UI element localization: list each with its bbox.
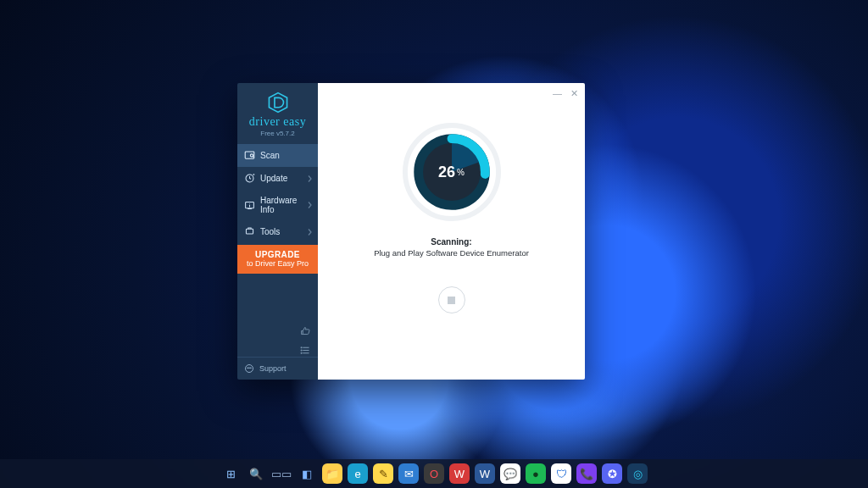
- stop-button[interactable]: [438, 286, 465, 313]
- thumbs-up-icon[interactable]: [300, 325, 311, 336]
- taskbar-messenger-icon[interactable]: 💬: [500, 463, 520, 484]
- sidebar-item-label: Tools: [260, 227, 280, 236]
- chevron-right-icon: [307, 228, 313, 236]
- taskbar-widgets-icon[interactable]: ◧: [297, 463, 317, 484]
- upgrade-line1: UPGRADE: [255, 250, 300, 259]
- sidebar-item-tools[interactable]: Tools: [237, 220, 318, 243]
- taskbar-file-explorer-icon[interactable]: 📁: [322, 463, 342, 484]
- sidebar-item-label: Hardware Info: [260, 196, 311, 214]
- scan-icon: [244, 150, 255, 161]
- progress-ring: 26%: [402, 122, 502, 222]
- chevron-right-icon: [307, 202, 313, 209]
- window-controls: — ✕: [553, 88, 578, 99]
- sidebar-item-update[interactable]: Update: [237, 167, 318, 190]
- scan-status: Scanning: Plug and Play Software Device …: [374, 237, 529, 258]
- chevron-right-icon: [307, 175, 313, 182]
- progress-value: 26: [438, 164, 455, 181]
- svg-point-11: [301, 347, 302, 348]
- progress-percent: 26%: [402, 122, 502, 222]
- driver-easy-window: driver easy Free v5.7.2 Scan Update Hard…: [237, 83, 585, 380]
- taskbar-driver-easy-icon[interactable]: ◎: [627, 463, 648, 484]
- svg-point-15: [248, 368, 248, 369]
- brand-name: driver easy: [241, 115, 314, 129]
- percent-symbol: %: [457, 168, 465, 177]
- svg-point-16: [249, 368, 250, 369]
- support-icon[interactable]: [244, 363, 254, 374]
- upgrade-line2: to Driver Easy Pro: [247, 259, 309, 268]
- minimize-button[interactable]: —: [553, 88, 562, 99]
- taskbar-search-icon[interactable]: 🔍: [246, 463, 266, 484]
- list-icon[interactable]: [300, 345, 311, 356]
- taskbar-task-view-icon[interactable]: ▭▭: [271, 463, 292, 484]
- taskbar-edge-icon[interactable]: e: [348, 463, 368, 484]
- svg-point-13: [301, 352, 302, 353]
- taskbar: ⊞🔍▭▭◧📁e✎✉OWW💬●🛡📞✪◎: [0, 459, 868, 488]
- taskbar-wps-icon[interactable]: W: [449, 463, 470, 484]
- update-icon: [244, 173, 255, 184]
- taskbar-mail-icon[interactable]: ✉: [398, 463, 419, 484]
- svg-point-12: [301, 350, 302, 351]
- taskbar-sticky-notes-icon[interactable]: ✎: [373, 463, 393, 484]
- status-heading: Scanning:: [374, 237, 529, 247]
- close-button[interactable]: ✕: [570, 88, 578, 99]
- sidebar-nav: Scan Update Hardware Info Tools: [237, 144, 318, 243]
- svg-rect-7: [246, 229, 253, 234]
- support-label[interactable]: Support: [259, 364, 287, 373]
- svg-line-3: [253, 157, 253, 158]
- taskbar-spotify-icon[interactable]: ●: [526, 463, 546, 484]
- taskbar-viber-icon[interactable]: 📞: [576, 463, 597, 484]
- svg-point-2: [250, 154, 253, 157]
- sidebar-item-scan[interactable]: Scan: [237, 144, 318, 167]
- brand-version: Free v5.7.2: [241, 130, 314, 137]
- taskbar-security-icon[interactable]: 🛡: [551, 463, 571, 484]
- hardware-info-icon: [244, 200, 255, 211]
- desktop-wallpaper: driver easy Free v5.7.2 Scan Update Hard…: [0, 0, 868, 488]
- stop-icon: [448, 297, 455, 304]
- taskbar-start-icon[interactable]: ⊞: [220, 463, 241, 484]
- sidebar-item-hardware-info[interactable]: Hardware Info: [237, 190, 318, 220]
- sidebar-item-label: Scan: [260, 151, 280, 160]
- status-detail: Plug and Play Software Device Enumerator: [374, 248, 529, 258]
- taskbar-discord-icon[interactable]: ✪: [602, 463, 622, 484]
- content-pane: — ✕ 26% Scanning: Plug and Play So: [318, 83, 585, 380]
- svg-point-17: [250, 368, 251, 369]
- sidebar-footer: Support: [237, 357, 318, 380]
- brand-logo-icon: [267, 92, 289, 115]
- tools-icon: [244, 226, 255, 237]
- sidebar-item-label: Update: [260, 174, 287, 183]
- upgrade-button[interactable]: UPGRADE to Driver Easy Pro: [237, 245, 318, 274]
- sidebar: driver easy Free v5.7.2 Scan Update Hard…: [237, 83, 318, 380]
- taskbar-opera-icon[interactable]: O: [424, 463, 444, 484]
- brand: driver easy Free v5.7.2: [237, 83, 318, 144]
- taskbar-word-icon[interactable]: W: [475, 463, 495, 484]
- svg-marker-0: [269, 93, 287, 113]
